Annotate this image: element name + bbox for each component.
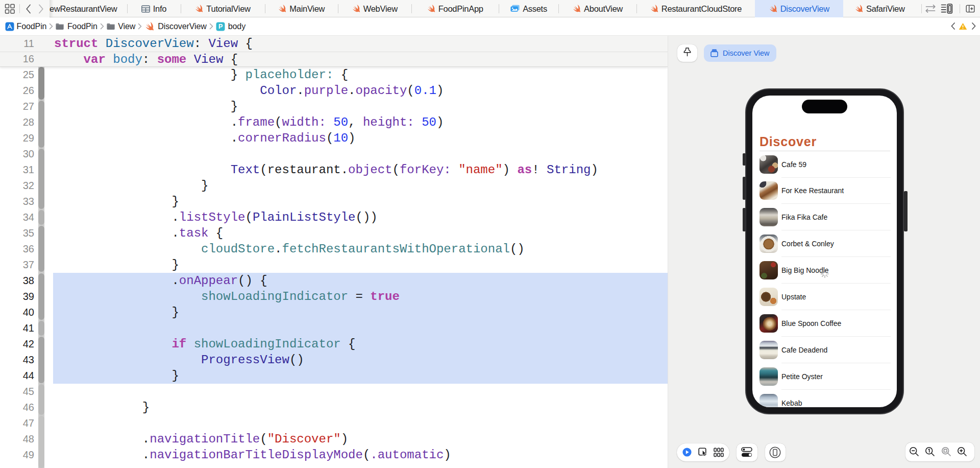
svg-text:P: P (218, 23, 223, 30)
